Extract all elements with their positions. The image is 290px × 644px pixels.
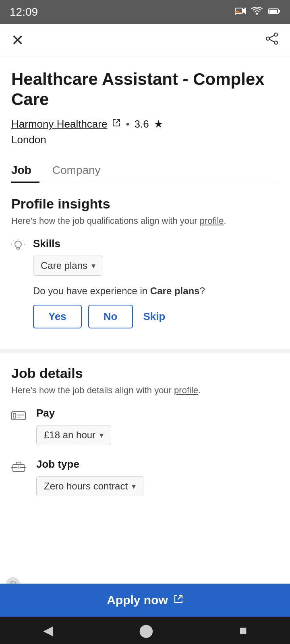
job-title: Healthcare Assistant - Complex Care	[11, 69, 279, 110]
battery-icon	[268, 7, 280, 17]
chevron-down-icon: ▾	[91, 261, 95, 270]
pay-icon	[11, 409, 27, 425]
profile-insights-subtitle: Here's how the job qualifications align …	[11, 216, 279, 226]
profile-insights-section: Profile insights Here's how the job qual…	[0, 183, 290, 353]
pay-row: Pay £18 an hour ▾	[11, 407, 279, 445]
main-content: Healthcare Assistant - Complex Care Harm…	[0, 56, 290, 183]
job-location: London	[11, 134, 279, 146]
status-bar: 12:09	[0, 0, 290, 24]
answer-buttons: Yes No Skip	[33, 305, 279, 328]
star-icon: ★	[154, 118, 163, 130]
share-button[interactable]	[265, 32, 279, 49]
profile-insights-title: Profile insights	[11, 196, 279, 212]
wifi-icon	[251, 7, 263, 17]
job-type-row: Job type Zero hours contract ▾	[11, 458, 279, 496]
svg-point-7	[266, 37, 269, 40]
pay-label: Pay	[36, 407, 279, 419]
svg-line-15	[13, 240, 14, 241]
company-row: Harmony Healthcare • 3.6 ★	[11, 118, 279, 130]
recents-button[interactable]: ■	[239, 623, 247, 638]
top-nav: ✕	[0, 24, 290, 56]
svg-line-10	[269, 39, 274, 42]
apply-external-icon	[174, 594, 183, 607]
pay-content: Pay £18 an hour ▾	[36, 407, 279, 445]
chevron-down-icon-jobtype: ▾	[132, 481, 136, 491]
skip-button[interactable]: Skip	[139, 305, 170, 328]
svg-point-6	[274, 33, 278, 36]
skill-badge-care-plans[interactable]: Care plans ▾	[33, 256, 103, 276]
profile-link[interactable]: profile	[200, 216, 224, 226]
chevron-down-icon-pay: ▾	[99, 430, 104, 440]
cast-icon	[235, 6, 246, 18]
external-link-icon[interactable]	[112, 118, 121, 130]
svg-rect-4	[278, 10, 280, 12]
apply-now-bar[interactable]: Apply now	[0, 584, 290, 617]
job-details-title: Job details	[11, 365, 279, 381]
yes-button[interactable]: Yes	[33, 305, 82, 328]
svg-point-12	[15, 241, 21, 248]
tabs-container: Job Company	[11, 157, 279, 183]
experience-question: Do you have experience in Care plans?	[33, 285, 279, 297]
svg-line-9	[269, 35, 274, 38]
svg-point-2	[256, 13, 258, 15]
company-name[interactable]: Harmony Healthcare	[11, 118, 107, 130]
job-type-icon	[11, 460, 27, 477]
svg-rect-27	[17, 467, 20, 469]
bottom-nav: ◀ ⬤ ■	[0, 617, 290, 644]
profile-link-2[interactable]: profile	[174, 385, 198, 395]
job-type-badge[interactable]: Zero hours contract ▾	[36, 476, 143, 496]
svg-rect-5	[269, 10, 277, 13]
pay-badge[interactable]: £18 an hour ▾	[36, 425, 111, 445]
back-button[interactable]: ◀	[43, 623, 53, 638]
home-button[interactable]: ⬤	[139, 623, 153, 638]
skills-row: Skills Care plans ▾ Do you have experien…	[11, 237, 279, 328]
svg-line-11	[116, 120, 120, 123]
svg-line-16	[23, 240, 23, 241]
status-time: 12:09	[10, 6, 38, 19]
svg-line-29	[178, 595, 182, 599]
close-button[interactable]: ✕	[11, 31, 24, 49]
lightbulb-icon	[11, 239, 25, 256]
tab-company[interactable]: Company	[52, 157, 109, 183]
skills-label: Skills	[33, 237, 279, 250]
no-button[interactable]: No	[88, 305, 133, 328]
skills-content: Skills Care plans ▾ Do you have experien…	[33, 237, 279, 328]
job-type-content: Job type Zero hours contract ▾	[36, 458, 279, 496]
status-icons	[235, 6, 280, 18]
apply-now-label: Apply now	[107, 593, 168, 607]
dot-separator: •	[126, 118, 129, 130]
svg-point-8	[274, 41, 278, 44]
job-details-section: Job details Here's how the job details a…	[0, 353, 290, 574]
company-rating: 3.6	[135, 118, 149, 130]
svg-rect-20	[13, 413, 16, 418]
svg-point-1	[235, 14, 236, 15]
job-details-subtitle: Here's how the job details align with yo…	[11, 385, 279, 396]
tab-job[interactable]: Job	[11, 157, 39, 183]
job-type-label: Job type	[36, 458, 279, 471]
